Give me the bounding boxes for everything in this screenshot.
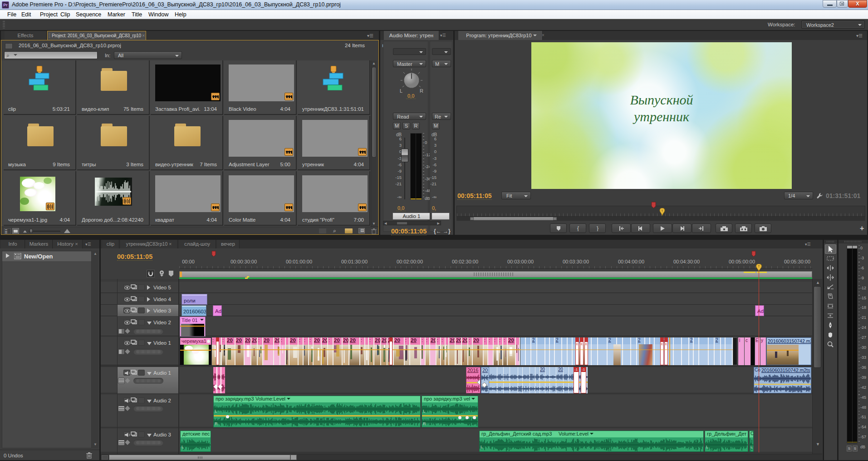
svg-text:}: } xyxy=(596,226,598,231)
svg-text:{: { xyxy=(577,226,579,231)
svg-text:T: T xyxy=(661,209,663,213)
svg-text:T: T xyxy=(758,265,760,268)
